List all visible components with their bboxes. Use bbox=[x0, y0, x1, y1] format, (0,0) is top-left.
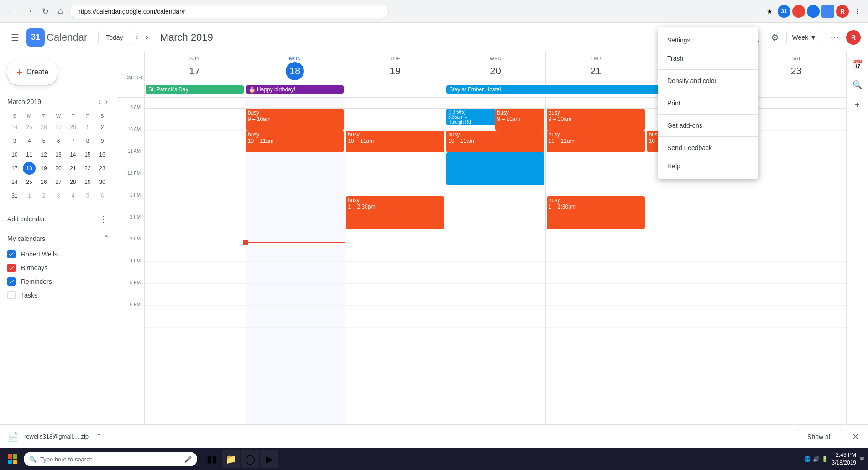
mini-day[interactable]: 12 bbox=[37, 148, 50, 161]
extension-icon-2[interactable] bbox=[792, 5, 805, 18]
user-avatar-browser[interactable]: R bbox=[836, 5, 849, 18]
dropdown-item-settings[interactable]: Settings bbox=[658, 31, 758, 49]
google-apps-button[interactable]: ⋯ bbox=[826, 28, 842, 47]
windows-start-button[interactable] bbox=[4, 450, 22, 468]
mini-day[interactable]: 28 bbox=[67, 176, 79, 188]
right-icon-calendar[interactable]: 📅 bbox=[848, 56, 867, 74]
dropdown-item-feedback[interactable]: Send Feedback bbox=[658, 139, 758, 157]
calendar-item-tasks[interactable]: Tasks bbox=[0, 288, 117, 302]
add-calendar-more-button[interactable]: ⋮ bbox=[97, 212, 110, 226]
prev-nav-button[interactable]: ‹ bbox=[133, 30, 141, 45]
day-num-17[interactable]: 17 bbox=[185, 62, 204, 80]
mini-day[interactable]: 30 bbox=[96, 176, 109, 188]
mini-day[interactable]: 11 bbox=[23, 148, 36, 161]
taskbar-notification-icon[interactable]: ✉ bbox=[860, 456, 864, 462]
day-num-20[interactable]: 20 bbox=[486, 62, 504, 80]
calendar-item-birthdays[interactable]: Birthdays bbox=[0, 261, 117, 275]
settings-gear-button[interactable]: ⚙ bbox=[767, 28, 783, 47]
extension-icon-3[interactable] bbox=[807, 5, 820, 18]
taskbar-battery-icon[interactable]: 🔋 bbox=[821, 456, 828, 462]
event-tue-busy-10[interactable]: busy 10 – 11am bbox=[346, 131, 444, 152]
show-all-button[interactable]: Show all bbox=[798, 429, 841, 444]
dropdown-item-addons[interactable]: Get add-ons bbox=[658, 116, 758, 135]
mini-day[interactable]: 24 bbox=[8, 121, 21, 134]
mini-day[interactable]: 31 bbox=[8, 189, 21, 202]
mini-day[interactable]: 22 bbox=[81, 162, 94, 175]
taskbar-sound-icon[interactable]: 🔊 bbox=[813, 456, 820, 462]
taskbar-task-view[interactable]: ▮▮ bbox=[203, 450, 221, 468]
calendar-checkbox-birthdays[interactable] bbox=[7, 264, 16, 272]
event-mon-busy-10[interactable]: busy 10 – 11am bbox=[246, 131, 344, 152]
my-calendars-header[interactable]: My calendars ⌃ bbox=[0, 230, 117, 247]
add-calendar-label[interactable]: Add calendar bbox=[7, 215, 45, 223]
day-num-19[interactable]: 19 bbox=[386, 62, 404, 80]
taskbar-search[interactable]: 🔍 Type here to search 🎤 bbox=[24, 452, 197, 466]
mini-day[interactable]: 8 bbox=[81, 135, 94, 147]
event-wed-flight[interactable]: (F9 565) 8:35am – Raleigh Rd bbox=[446, 109, 495, 125]
mini-day[interactable]: 24 bbox=[8, 176, 21, 188]
mini-day[interactable]: 3 bbox=[8, 135, 21, 147]
browser-forward-button[interactable]: → bbox=[22, 4, 36, 19]
browser-back-button[interactable]: ← bbox=[5, 4, 18, 19]
calendar-item-reminders[interactable]: Reminders bbox=[0, 275, 117, 288]
taskbar-steam[interactable]: ▶ bbox=[260, 450, 278, 468]
mini-day[interactable]: 10 bbox=[8, 148, 21, 161]
mini-day[interactable]: 26 bbox=[37, 121, 50, 134]
today-button[interactable]: Today bbox=[98, 31, 131, 44]
calendar-checkbox-tasks[interactable] bbox=[7, 291, 16, 299]
event-wed-busy-9[interactable]: busy 9 – 10am bbox=[495, 109, 544, 131]
mini-day[interactable]: 16 bbox=[96, 148, 109, 161]
mini-day[interactable]: 6 bbox=[96, 189, 109, 202]
dropdown-item-print[interactable]: Print bbox=[658, 94, 758, 112]
mini-day[interactable]: 28 bbox=[67, 121, 79, 134]
mini-day-today[interactable]: 18 bbox=[23, 162, 36, 175]
extension-calendar-icon[interactable]: 31 bbox=[778, 5, 790, 18]
event-tue-busy-1[interactable]: busy 1 – 2:30pm bbox=[346, 196, 444, 229]
mini-day[interactable]: 9 bbox=[96, 135, 109, 147]
event-thu-busy-10[interactable]: busy 10 – 11am bbox=[547, 131, 645, 152]
mini-day[interactable]: 4 bbox=[67, 189, 79, 202]
mini-day[interactable]: 15 bbox=[81, 148, 94, 161]
mini-day[interactable]: 1 bbox=[23, 189, 36, 202]
mini-cal-prev-button[interactable]: ‹ bbox=[96, 96, 102, 108]
my-calendars-toggle[interactable]: ⌃ bbox=[103, 234, 110, 244]
hamburger-menu-button[interactable]: ☰ bbox=[7, 28, 23, 47]
mini-day[interactable]: 20 bbox=[52, 162, 65, 175]
mini-day[interactable]: 21 bbox=[67, 162, 79, 175]
mini-day[interactable]: 25 bbox=[23, 176, 36, 188]
mini-day[interactable]: 29 bbox=[81, 176, 94, 188]
view-selector-button[interactable]: Week ▼ bbox=[786, 31, 822, 44]
mini-day[interactable]: 27 bbox=[52, 121, 65, 134]
taskbar-chrome[interactable]: ◯ bbox=[241, 450, 259, 468]
mini-day[interactable]: 3 bbox=[52, 189, 65, 202]
browser-home-button[interactable]: ⌂ bbox=[55, 4, 66, 19]
dropdown-item-help[interactable]: Help bbox=[658, 157, 758, 175]
dropdown-item-trash[interactable]: Trash bbox=[658, 49, 758, 68]
calendar-item-robert[interactable]: Robert Wells bbox=[0, 247, 117, 261]
taskbar-file-explorer[interactable]: 📁 bbox=[222, 450, 240, 468]
user-avatar-button[interactable]: R bbox=[846, 30, 861, 45]
day-num-18[interactable]: 18 bbox=[286, 62, 304, 80]
next-nav-button[interactable]: › bbox=[143, 30, 151, 45]
mini-day[interactable]: 19 bbox=[37, 162, 50, 175]
dropdown-item-density[interactable]: Density and color bbox=[658, 72, 758, 90]
right-icon-search[interactable]: 🔍 bbox=[848, 76, 867, 94]
day-num-23[interactable]: 23 bbox=[787, 62, 805, 80]
event-thu-busy-1[interactable]: busy 1 – 2:30pm bbox=[547, 196, 645, 229]
right-icon-add[interactable]: + bbox=[848, 96, 867, 114]
mini-day[interactable]: 2 bbox=[96, 121, 109, 134]
event-mon-busy-9[interactable]: busy 9 – 10am bbox=[246, 109, 344, 131]
event-wed-blue-11[interactable] bbox=[446, 152, 544, 185]
mini-day[interactable]: 6 bbox=[52, 135, 65, 147]
taskbar-time[interactable]: 2:43 PM 3/18/2019 bbox=[832, 451, 856, 467]
mini-day[interactable]: 23 bbox=[96, 162, 109, 175]
mini-day[interactable]: 25 bbox=[23, 121, 36, 134]
extension-icon-4[interactable] bbox=[821, 5, 834, 18]
event-thu-busy-9[interactable]: busy 9 – 10am bbox=[547, 109, 645, 131]
mini-day[interactable]: 26 bbox=[37, 176, 50, 188]
download-close-button[interactable]: ✕ bbox=[850, 430, 861, 444]
mini-day[interactable]: 14 bbox=[67, 148, 79, 161]
taskbar-network-icon[interactable]: 🌐 bbox=[804, 456, 811, 462]
mini-cal-next-button[interactable]: › bbox=[104, 96, 110, 108]
mini-day[interactable]: 4 bbox=[23, 135, 36, 147]
